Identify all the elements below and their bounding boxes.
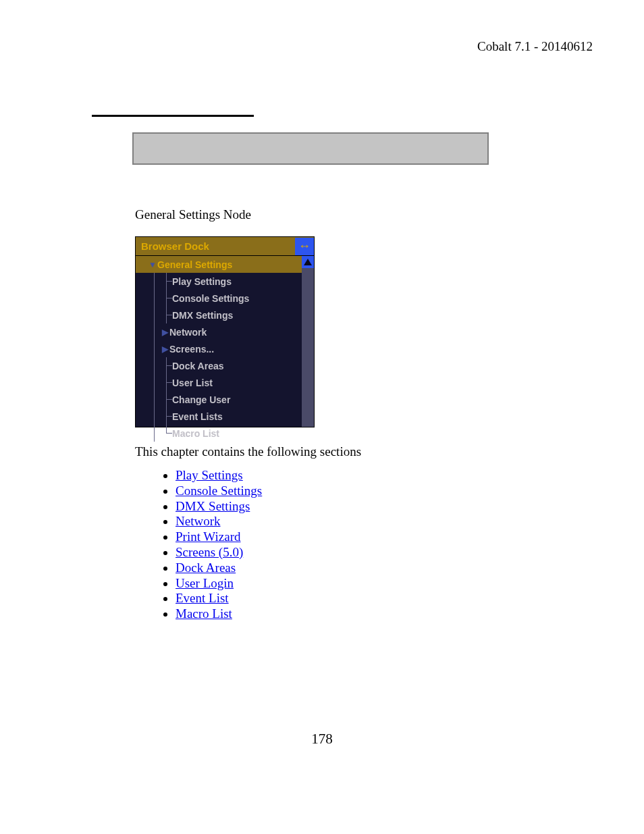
tree-item[interactable]: Change User [136,391,302,408]
list-item: Network [176,514,262,529]
list-item: User Login [176,576,262,592]
list-item: Console Settings [176,484,262,499]
tree-label: Event Lists [172,411,223,422]
chevron-down-icon[interactable]: ▼ [148,260,157,269]
link-user-login[interactable]: User Login [176,576,234,590]
list-item: Macro List [176,606,262,622]
tree-label: DMX Settings [172,310,233,321]
tree-label: Network [169,327,207,338]
tree-label: Macro List [172,428,219,439]
document-header: Cobalt 7.1 - 20140612 [477,39,593,54]
section-link-list: Play Settings Console Settings DMX Setti… [158,468,262,622]
list-item: Screens (5.0) [176,545,262,561]
section-title: General Settings Node [135,207,251,222]
tree-item[interactable]: Dock Areas [136,357,302,374]
tree-label: General Settings [157,259,232,270]
chevron-right-icon[interactable]: ▶ [160,328,169,337]
link-print-wizard[interactable]: Print Wizard [176,529,241,544]
tree-content: ▼ General Settings Play Settings Console… [136,256,302,427]
tree-label: Dock Areas [172,361,224,371]
tree-root-general-settings[interactable]: ▼ General Settings [136,256,302,273]
resize-icon[interactable]: ↔ [295,238,314,255]
link-console-settings[interactable]: Console Settings [176,484,262,498]
tree-item[interactable]: ▶ Screens... [136,340,302,357]
svg-marker-0 [304,259,312,265]
link-dock-areas[interactable]: Dock Areas [176,561,236,575]
link-dmx-settings[interactable]: DMX Settings [176,499,250,513]
section-divider [92,115,254,117]
tree-item[interactable]: Console Settings [136,290,302,307]
list-item: Print Wizard [176,529,262,545]
dock-title: Browser Dock [136,240,295,252]
tree-item[interactable]: DMX Settings [136,307,302,323]
scrollbar[interactable] [302,256,314,427]
list-item: Dock Areas [176,561,262,576]
tree-container: ▼ General Settings Play Settings Console… [136,256,314,427]
tree-label: Console Settings [172,293,249,304]
browser-dock-panel: Browser Dock ↔ ▼ General Settings Play S… [135,236,315,427]
list-item: Event List [176,591,262,606]
chapter-intro-text: This chapter contains the following sect… [135,444,361,459]
dock-header: Browser Dock ↔ [136,237,314,256]
link-macro-list[interactable]: Macro List [176,606,232,621]
tree-item[interactable]: ▶ Network [136,323,302,340]
tree-item[interactable]: Play Settings [136,273,302,290]
link-network[interactable]: Network [176,514,220,528]
scroll-track[interactable] [302,268,314,427]
scroll-thumb[interactable] [302,268,314,322]
tree-label: User List [172,377,213,388]
tree-item[interactable]: Event Lists [136,408,302,425]
list-item: Play Settings [176,468,262,484]
scroll-up-icon[interactable] [302,256,314,268]
tree-item[interactable]: User List [136,374,302,391]
page-number: 178 [0,731,644,748]
link-screens[interactable]: Screens (5.0) [176,545,243,559]
tree-label: Screens... [169,344,214,355]
tree-item[interactable]: Macro List [136,425,302,442]
tree-label: Play Settings [172,276,232,287]
info-box [132,132,489,165]
link-play-settings[interactable]: Play Settings [176,468,243,482]
chevron-right-icon[interactable]: ▶ [160,344,169,354]
link-event-list[interactable]: Event List [176,591,229,605]
list-item: DMX Settings [176,499,262,515]
tree-label: Change User [172,394,230,405]
